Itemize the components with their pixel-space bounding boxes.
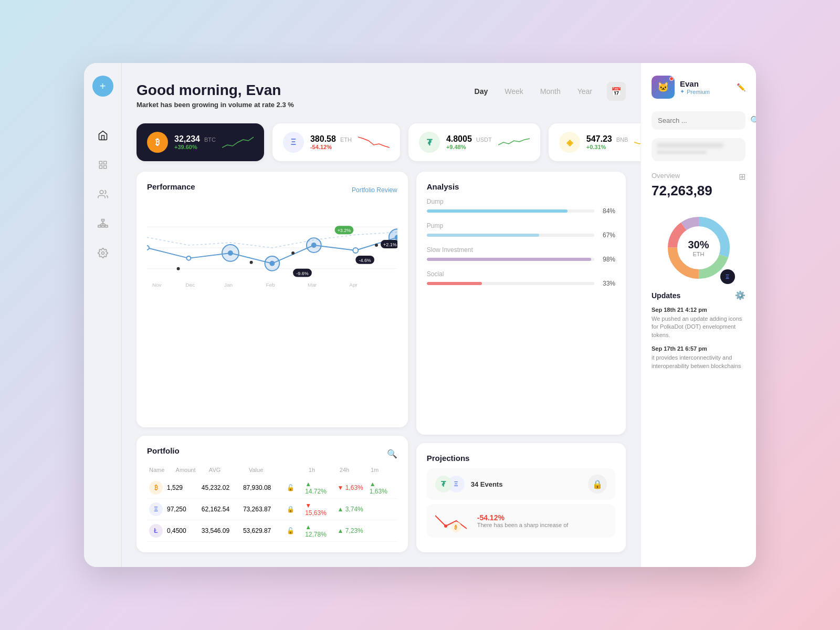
svg-text:-4.6%: -4.6% — [359, 258, 371, 263]
sidebar-item-grid[interactable] — [96, 158, 110, 172]
svg-rect-5 — [101, 219, 104, 221]
eth-lock-icon: 🔒 — [287, 506, 301, 513]
sidebar-item-hierarchy[interactable] — [96, 216, 110, 231]
search-input[interactable] — [658, 117, 746, 124]
table-row[interactable]: Ξ 97,250 62,162.54 73,263.87 🔒 ▼ 15,63% … — [147, 499, 397, 520]
user-name: Evan — [680, 79, 710, 88]
sidebar-item-users[interactable] — [96, 187, 110, 202]
market-subtitle: Market has been growing in volume at rat… — [136, 101, 294, 109]
usdt-value: 4.8005 — [446, 134, 472, 144]
portfolio-search-icon[interactable]: 🔍 — [387, 449, 397, 459]
sidebar-item-home[interactable] — [96, 128, 110, 143]
analysis-item-slow: Slow Investment 98% — [427, 246, 615, 263]
btc-value: 32,234 — [174, 134, 200, 144]
overview-grid-icon[interactable]: ⊞ — [739, 172, 746, 182]
header: Good morning, Evan Market has been growi… — [136, 82, 626, 109]
proj-btc-overlay: ₿ — [451, 522, 461, 532]
btc-lock-icon: 🔓 — [287, 484, 301, 491]
eth-value: 380.58 — [310, 134, 336, 144]
btc-1m: ▲ 1,63% — [370, 480, 395, 495]
svg-point-30 — [291, 251, 295, 255]
updates-section: Updates ⚙️ Sep 18th 21 4:12 pm We pushed… — [652, 290, 746, 376]
usdt-info: 4.8005 USDT +9.48% — [446, 134, 492, 150]
donut-percentage: 30% — [688, 239, 709, 251]
btc-1h: ▲ 14.72% — [305, 480, 333, 495]
btc-icon: ₿ — [147, 132, 168, 153]
update-item-2: Sep 17th 21 6:57 pm it provides intercon… — [652, 345, 746, 370]
time-filters: Day Week Month Year — [470, 85, 596, 98]
svg-point-13 — [101, 252, 104, 255]
user-badge: ✦ Premium — [680, 88, 710, 95]
crypto-card-eth[interactable]: Ξ 380.58 ETH -54.12% — [272, 123, 400, 161]
ltc-1h: ▲ 12,78% — [305, 523, 333, 538]
updates-filter-icon[interactable]: ⚙️ — [735, 290, 746, 300]
pump-bar — [427, 234, 539, 237]
btc-change: +39.60% — [174, 144, 216, 150]
crypto-card-bnb[interactable]: ◈ 547.23 BNB +0.31% — [549, 123, 640, 161]
portfolio-title: Portfolio — [147, 446, 180, 455]
crypto-cards-row: ₿ 32,234 BTC +39.60% Ξ — [136, 123, 626, 161]
svg-rect-6 — [98, 225, 100, 227]
analysis-item-dump: Dump 84% — [427, 198, 615, 215]
right-panel: 🐱 Evan ✦ Premium ✏️ 🔍 Over — [640, 63, 756, 567]
filter-day[interactable]: Day — [470, 85, 492, 98]
svg-point-28 — [177, 267, 180, 270]
projections-title: Projections — [427, 454, 470, 463]
row-ltc-icon: Ł — [149, 524, 163, 538]
portfolio-review-link[interactable]: Portfolio Review — [352, 186, 397, 194]
eth-info: 380.58 ETH -54.12% — [310, 134, 352, 150]
svg-rect-1 — [103, 161, 106, 164]
filter-year[interactable]: Year — [573, 85, 596, 98]
filter-month[interactable]: Month — [536, 85, 565, 98]
svg-point-25 — [353, 248, 358, 253]
svg-rect-7 — [101, 225, 104, 227]
edit-profile-icon[interactable]: ✏️ — [737, 83, 746, 91]
search-icon: 🔍 — [750, 116, 756, 125]
svg-point-31 — [375, 244, 378, 247]
table-row[interactable]: ₿ 1,529 45,232.02 87,930.08 🔓 ▲ 14.72% ▼… — [147, 477, 397, 499]
update-date-2: Sep 17th 21 6:57 pm — [652, 345, 746, 352]
ltc-amount: 0,4500 — [167, 527, 197, 534]
performance-card: Performance Portfolio Review — [136, 172, 408, 427]
social-bar — [427, 282, 482, 285]
ltc-table-value: 53,629.87 — [243, 527, 283, 534]
header-right: Day Week Month Year 📅 — [470, 82, 626, 101]
eth-unit: ETH — [340, 136, 352, 143]
table-row[interactable]: Ł 0,4500 33,546.09 53,629.87 🔓 ▲ 12,78% … — [147, 520, 397, 542]
analysis-item-pump: Pump 67% — [427, 222, 615, 239]
proj-desc: There has been a sharp increase of — [477, 522, 607, 528]
usdt-mini-chart — [498, 134, 530, 150]
analysis-items: Dump 84% Pump — [427, 198, 615, 287]
updates-header: Updates ⚙️ — [652, 290, 746, 300]
col-header-amount: Amount — [176, 467, 205, 473]
add-button[interactable]: + — [92, 76, 113, 97]
col-header-value: Value — [249, 467, 287, 473]
filter-week[interactable]: Week — [500, 85, 528, 98]
btc-unit: BTC — [204, 136, 216, 143]
calendar-button[interactable]: 📅 — [607, 82, 626, 101]
donut-coin: ETH — [688, 251, 709, 257]
svg-text:+2.1%: +2.1% — [383, 242, 397, 247]
performance-chart: -9.6% +3.2% +2.1% -4.6% Nov Dec Jan Feb … — [147, 206, 397, 290]
projections-items: ₮ Ξ 34 Events 🔒 — [427, 468, 615, 538]
bnb-mini-chart — [634, 134, 640, 150]
projections-card: Projections ₮ Ξ 34 Events 🔒 — [416, 443, 626, 552]
portfolio-card: Portfolio 🔍 Name Amount AVG Value 1h 24h… — [136, 436, 408, 552]
update-date-1: Sep 18th 21 4:12 pm — [652, 307, 746, 313]
crypto-card-btc[interactable]: ₿ 32,234 BTC +39.60% — [136, 123, 264, 161]
eth-1h: ▼ 15,63% — [305, 502, 333, 517]
bnb-info: 547.23 BNB +0.31% — [586, 134, 628, 150]
eth-table-value: 73,263.87 — [243, 506, 283, 513]
btc-avg: 45,232.02 — [202, 484, 239, 491]
eth-mini-chart — [358, 134, 390, 150]
portfolio-table-header: Name Amount AVG Value 1h 24h 1m — [147, 467, 397, 473]
performance-title: Performance — [147, 182, 195, 191]
svg-text:Feb: Feb — [266, 282, 275, 288]
sidebar-item-settings[interactable] — [96, 246, 110, 260]
ltc-24h: ▲ 7,23% — [337, 527, 365, 534]
updates-list: Sep 18th 21 4:12 pm We pushed an update … — [652, 307, 746, 370]
update-text-1: We pushed an update adding icons for Pol… — [652, 315, 746, 339]
search-box[interactable]: 🔍 — [652, 111, 746, 130]
dump-bar — [427, 209, 568, 213]
crypto-card-usdt[interactable]: ₮ 4.8005 USDT +9.48% — [408, 123, 540, 161]
